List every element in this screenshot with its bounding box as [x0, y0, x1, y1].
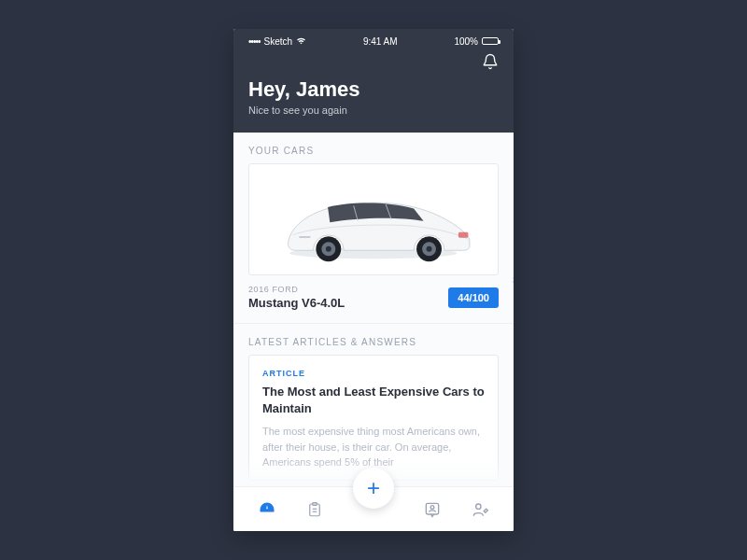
status-right: 100%	[454, 36, 499, 47]
svg-point-13	[430, 505, 434, 509]
tab-clipboard[interactable]	[305, 500, 324, 519]
section-articles-label: LATEST ARTICLES & ANSWERS	[233, 324, 514, 355]
tab-account[interactable]	[471, 500, 489, 519]
header: ••••• Sketch 9:41 AM 100% Hey, James Nic…	[233, 29, 514, 133]
greeting-subtitle: Nice to see you again	[248, 105, 499, 116]
battery-icon	[482, 37, 499, 45]
article-title: The Most and Least Expensive Cars to Mai…	[262, 384, 485, 416]
car-meta-row: 2016 FORD Mustang V6-4.0L 44/100	[233, 275, 514, 310]
signal-dots-icon: •••••	[248, 36, 261, 47]
phone-frame: ••••• Sketch 9:41 AM 100% Hey, James Nic…	[233, 29, 514, 531]
status-bar: ••••• Sketch 9:41 AM 100%	[248, 29, 499, 48]
greeting-title: Hey, James	[248, 77, 499, 102]
tab-profile-card[interactable]	[423, 500, 442, 519]
svg-rect-7	[458, 231, 468, 237]
section-cars-label: YOUR CARS	[233, 133, 514, 163]
fab-add-button[interactable]: +	[353, 468, 394, 509]
plus-icon: +	[367, 477, 380, 499]
svg-point-14	[476, 504, 481, 509]
car-year-make: 2016 FORD	[248, 285, 345, 294]
article-kicker: ARTICLE	[262, 369, 485, 378]
notification-bell-icon[interactable]	[482, 53, 499, 74]
car-image	[261, 171, 485, 269]
wifi-icon	[296, 36, 306, 47]
tab-dashboard[interactable]	[258, 500, 276, 519]
car-peek-year: 20	[512, 275, 514, 285]
carrier-label: Sketch	[264, 36, 293, 47]
svg-point-6	[427, 245, 432, 251]
article-card[interactable]: ARTICLE The Most and Least Expensive Car…	[248, 355, 499, 481]
status-left: ••••• Sketch	[248, 36, 306, 47]
car-model: Mustang V6-4.0L	[248, 296, 345, 310]
car-score-badge[interactable]: 44/100	[448, 287, 499, 308]
content-scroll[interactable]: YOUR CARS 2016 FO	[233, 133, 514, 531]
battery-pct: 100%	[454, 36, 478, 47]
svg-point-3	[326, 245, 331, 251]
status-time: 9:41 AM	[363, 36, 398, 47]
car-card[interactable]	[248, 163, 499, 275]
article-body: The most expensive thing most Americans …	[262, 424, 485, 470]
